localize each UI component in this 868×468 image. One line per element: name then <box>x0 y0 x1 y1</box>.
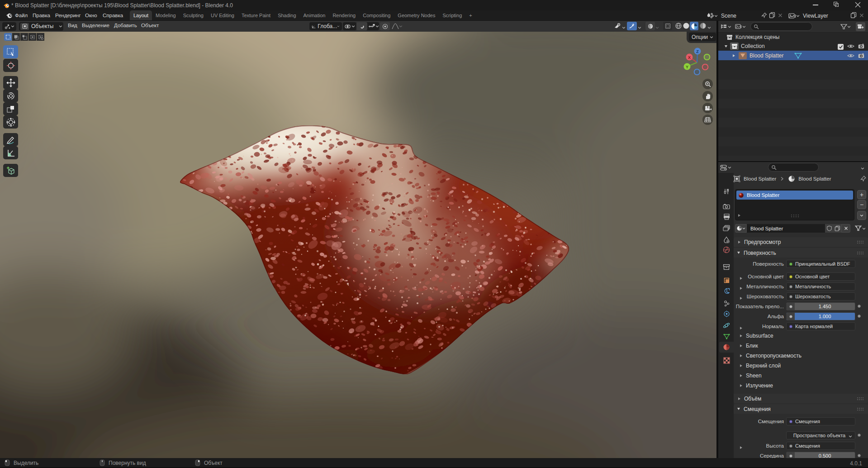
svg-text:X: X <box>688 55 691 60</box>
svg-text:Y: Y <box>686 65 688 69</box>
svg-text:Z: Z <box>696 49 699 54</box>
